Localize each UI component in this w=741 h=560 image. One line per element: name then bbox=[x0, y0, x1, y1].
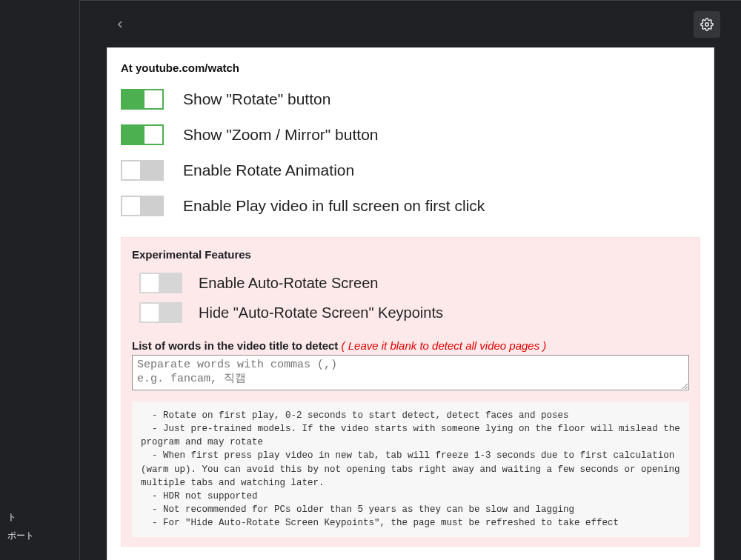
toggle-fullscreen-first-click[interactable] bbox=[121, 196, 164, 216]
toggle-row-hide-keypoints: Hide "Auto-Rotate Screen" Keypoints bbox=[132, 298, 689, 327]
rail-item[interactable]: ポート bbox=[4, 527, 79, 545]
toggle-row-full-first: Enable Play video in full screen on firs… bbox=[121, 188, 700, 224]
toggle-label: Show "Rotate" button bbox=[183, 90, 330, 108]
toggle-row-rotate-anim: Enable Rotate Animation bbox=[121, 153, 700, 188]
settings-panel: At youtube.com/watch Show "Rotate" butto… bbox=[107, 47, 714, 560]
toggle-row-auto-rotate: Enable Auto-Rotate Screen bbox=[132, 268, 689, 298]
wordlist-label-row: List of words in the video title to dete… bbox=[132, 339, 689, 352]
toggle-label: Enable Play video in full screen on firs… bbox=[183, 197, 485, 215]
toggle-label: Enable Auto-Rotate Screen bbox=[199, 275, 378, 292]
settings-button[interactable] bbox=[694, 11, 720, 38]
svg-point-0 bbox=[705, 22, 709, 26]
experimental-heading: Experimental Features bbox=[132, 248, 689, 261]
toggle-show-rotate[interactable] bbox=[121, 89, 164, 110]
experimental-features-box: Experimental Features Enable Auto-Rotate… bbox=[121, 237, 700, 547]
topbar bbox=[80, 0, 741, 47]
side-rail: ト ポート bbox=[0, 0, 80, 560]
back-button[interactable] bbox=[107, 11, 133, 38]
rail-item[interactable]: ト bbox=[4, 508, 79, 527]
toggle-hide-keypoints[interactable] bbox=[139, 302, 182, 323]
toggle-auto-rotate[interactable] bbox=[139, 273, 182, 293]
toggle-show-zoom-mirror[interactable] bbox=[121, 124, 164, 145]
experimental-notes: - Rotate on first play, 0-2 seconds to s… bbox=[132, 401, 689, 537]
wordlist-input[interactable] bbox=[132, 355, 689, 390]
toggle-row-rotate: Show "Rotate" button bbox=[121, 81, 700, 117]
toggle-label: Enable Rotate Animation bbox=[183, 161, 354, 179]
toggle-label: Show "Zoom / Mirror" button bbox=[183, 126, 379, 144]
toggle-row-zoom-mirror: Show "Zoom / Mirror" button bbox=[121, 117, 700, 153]
chevron-left-icon bbox=[114, 19, 126, 30]
wordlist-label: List of words in the video title to dete… bbox=[132, 339, 342, 352]
toggle-rotate-animation[interactable] bbox=[121, 160, 164, 181]
gear-icon bbox=[700, 18, 714, 31]
wordlist-hint: ( Leave it blank to detect all video pag… bbox=[342, 339, 547, 352]
section-heading-watch: At youtube.com/watch bbox=[121, 61, 700, 74]
toggle-label: Hide "Auto-Rotate Screen" Keypoints bbox=[199, 304, 443, 321]
